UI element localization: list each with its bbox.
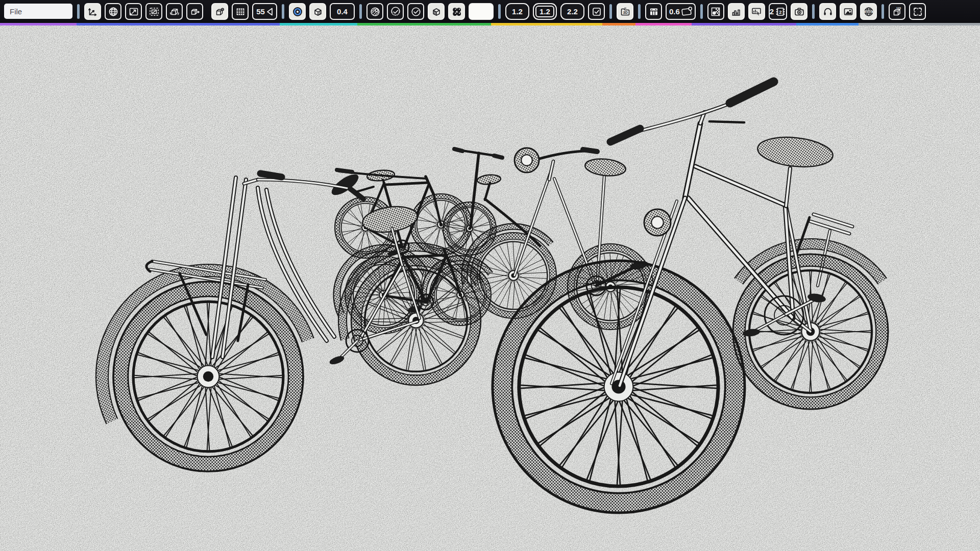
svg-text:www: www <box>865 10 872 13</box>
record-icon <box>292 6 303 17</box>
tonemap-checkbox[interactable] <box>588 3 605 20</box>
frame-icon <box>149 6 160 17</box>
papercurl-icon <box>681 6 692 17</box>
folder-3d-button[interactable]: 3D <box>617 3 633 20</box>
camera-icon <box>794 6 805 17</box>
file-menu-label: File <box>10 7 22 16</box>
focus-ring-button[interactable] <box>289 3 306 20</box>
gamma-value-button[interactable]: 2.2 <box>560 3 584 20</box>
cube-rotate-button[interactable] <box>166 3 183 20</box>
bicycle-illustration <box>0 26 980 551</box>
toolbar-separator <box>498 4 501 19</box>
material-spheres-button[interactable] <box>448 3 465 20</box>
svg-text:2: 2 <box>779 9 782 14</box>
panel-grid-button[interactable] <box>645 3 662 20</box>
globe-button[interactable] <box>105 3 121 20</box>
globe-icon <box>108 6 119 17</box>
toolbar-separator <box>638 4 641 19</box>
viewport-canvas[interactable] <box>0 26 980 551</box>
axes-button[interactable] <box>84 3 101 20</box>
screen-project-button[interactable] <box>125 3 142 20</box>
strip-segment <box>357 23 491 26</box>
fullscreen-icon <box>912 6 923 17</box>
gain-value-button-label: 1.2 <box>512 8 523 15</box>
image-viewer-button[interactable] <box>840 3 856 20</box>
shading-dotted-check-button[interactable] <box>387 3 404 20</box>
toolbar-separator <box>359 4 362 19</box>
fovcam-icon <box>266 6 273 17</box>
toolbar-separator <box>282 4 284 19</box>
chartpick-icon <box>751 6 762 17</box>
selection-frame-button[interactable] <box>145 3 162 20</box>
toolbar-separator <box>812 4 815 19</box>
strip-segment <box>0 23 77 26</box>
svg-text:3D: 3D <box>623 11 627 14</box>
image-icon <box>843 6 854 17</box>
cube-pivot-button[interactable] <box>211 3 228 20</box>
web-globe-button[interactable]: www <box>860 3 877 20</box>
exposure-value-button[interactable]: 0.4 <box>330 3 355 20</box>
strip-segment <box>692 23 796 26</box>
clip-cube-button[interactable] <box>428 3 445 20</box>
gamma-value-button-label: 2.2 <box>567 8 578 15</box>
exposure-value-button-label: 0.4 <box>337 8 348 15</box>
cube123-icon: 123 <box>892 6 903 17</box>
solid-cube-button[interactable] <box>309 3 326 20</box>
screen-icon <box>128 6 139 17</box>
dither-pattern-button[interactable] <box>707 3 724 20</box>
strip-segment <box>859 23 980 26</box>
checkcircle-icon <box>410 6 422 17</box>
svg-text:123: 123 <box>896 6 901 9</box>
fullscreen-toggle-button[interactable] <box>909 3 926 20</box>
shading-check-button[interactable] <box>407 3 424 20</box>
folder3d-icon: 3D <box>620 6 631 17</box>
camera-fov-button[interactable]: 55 <box>252 3 277 20</box>
gain2-value-button-label: 1.2 <box>540 8 550 15</box>
camera-fov-button-label: 55 <box>256 8 265 15</box>
histogram-icon <box>730 6 742 17</box>
cubepivot-icon <box>214 6 226 17</box>
strip-segment <box>635 23 692 26</box>
screenshot-camera-button[interactable] <box>791 3 807 20</box>
www-icon: www <box>863 6 874 17</box>
strip-segment <box>491 23 602 26</box>
frame-counter-button[interactable]: 22 <box>769 3 787 20</box>
checkbox-icon <box>591 6 602 17</box>
toolbar-separator <box>77 4 80 19</box>
toolbar-separator <box>700 4 703 19</box>
toolbar-separator <box>881 4 884 19</box>
gain-value-button[interactable]: 1.2 <box>505 3 529 20</box>
strip-segment <box>602 23 635 26</box>
axes-icon <box>87 6 99 17</box>
strip-segment <box>796 23 859 26</box>
material-sphere-button[interactable] <box>366 3 383 20</box>
checkdots-icon <box>390 6 401 17</box>
histogram-button[interactable] <box>728 3 745 20</box>
dither-icon <box>710 6 721 17</box>
headphones-icon <box>822 6 834 17</box>
cubetr-icon <box>189 6 201 17</box>
paper-strength-button-label: 0.6 <box>669 8 680 15</box>
floorgrid-icon <box>235 6 246 17</box>
floor-grid-button[interactable] <box>232 3 249 20</box>
strip-segment <box>280 23 357 26</box>
panelgrid-icon <box>648 6 659 17</box>
toolbar-color-strip <box>0 23 980 26</box>
strip-segment <box>77 23 280 26</box>
audio-headphones-button[interactable] <box>819 3 836 20</box>
frame-counter-button-label: 2 <box>770 8 774 15</box>
cuberot-icon <box>169 6 180 17</box>
solidcube-icon <box>312 6 324 17</box>
gain2-value-button[interactable]: 1.2 <box>533 3 557 20</box>
spheres4-icon <box>451 6 462 17</box>
file-menu-button[interactable]: File <box>4 4 72 19</box>
cube-translate-button[interactable] <box>186 3 203 20</box>
paper-strength-button[interactable]: 0.6 <box>666 3 696 20</box>
cube-numbers-button[interactable]: 123 <box>889 3 905 20</box>
color-swatch-button[interactable] <box>469 3 494 20</box>
hatchcube-icon <box>431 6 442 17</box>
matsphere-icon <box>370 6 381 17</box>
chart-picker-button[interactable] <box>748 3 765 20</box>
main-toolbar: File 550.41.21.22.23D0.622www123 <box>0 0 980 26</box>
toolbar-separator <box>609 4 612 19</box>
